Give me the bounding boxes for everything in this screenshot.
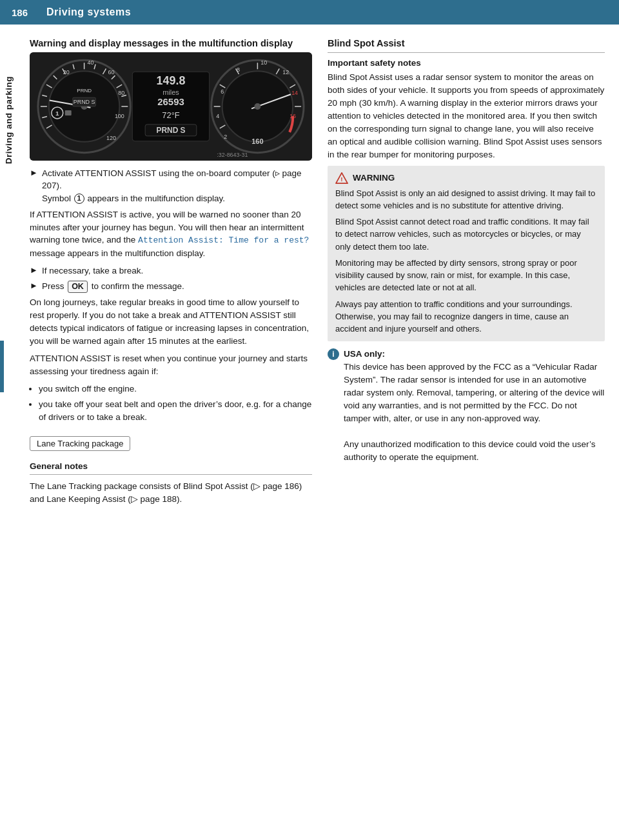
general-notes-para: The Lane Tracking package consists of Bl… xyxy=(30,480,312,506)
svg-text:72°F: 72°F xyxy=(162,110,180,120)
svg-text:6: 6 xyxy=(221,88,224,95)
safety-para: Blind Spot Assist uses a radar sensor sy… xyxy=(328,71,605,161)
cluster-image: 20 40 60 80 100 120 PRND PRND S xyxy=(30,52,312,161)
package-badge: Lane Tracking package xyxy=(30,436,130,451)
usa-label: USA only: xyxy=(344,349,385,359)
warning-para-3: Monitoring may be affected by dirty sens… xyxy=(335,257,597,294)
svg-text:60: 60 xyxy=(108,69,114,75)
warning-title: WARNING xyxy=(353,173,395,183)
svg-text:10: 10 xyxy=(260,59,267,66)
left-column: Warning and display messages in the mult… xyxy=(30,37,312,827)
svg-text::32-8643-31: :32-8643-31 xyxy=(217,151,248,157)
package-badge-container: Lane Tracking package xyxy=(30,428,312,457)
page-number: 186 xyxy=(12,7,35,18)
arrow-item-activate: ► Activate ATTENTION ASSIST using the on… xyxy=(30,167,312,205)
svg-point-58 xyxy=(254,103,260,110)
ok-button-label: OK xyxy=(68,281,88,294)
svg-text:PRND S: PRND S xyxy=(74,99,95,105)
svg-text:PRND: PRND xyxy=(77,88,92,94)
sidebar-label: Driving and parking xyxy=(4,76,14,164)
divider-blind-spot xyxy=(328,52,605,53)
bullet-item-2: you take off your seat belt and open the… xyxy=(39,398,312,424)
reset-para: ATTENTION ASSIST is reset when you conti… xyxy=(30,352,312,378)
warning-box: ! WARNING Blind Spot Assist is only an a… xyxy=(328,166,605,342)
sidebar: Driving and parking xyxy=(0,25,21,840)
warning-para-4: Always pay attention to traffic conditio… xyxy=(335,298,597,335)
svg-text:149.8: 149.8 xyxy=(157,74,186,87)
bullet-item-1: you switch off the engine. xyxy=(39,383,312,395)
svg-text:120: 120 xyxy=(106,135,116,141)
info-note: i USA only: This device has been approve… xyxy=(328,348,605,464)
arrow-item-break: ► If necessary, take a break. xyxy=(30,265,312,277)
symbol-1-circle: 1 xyxy=(74,194,84,204)
page-title: Driving systems xyxy=(46,6,131,18)
main-content: Warning and display messages in the mult… xyxy=(21,25,619,840)
warning-para-1: Blind Spot Assist is only an aid designe… xyxy=(335,187,597,212)
press-ok-text: Press OK to confirm the message. xyxy=(42,280,184,293)
svg-text:100: 100 xyxy=(115,113,124,119)
activate-text: Activate ATTENTION ASSIST using the on-b… xyxy=(42,167,312,205)
svg-text:12: 12 xyxy=(282,69,289,75)
attention-assist-para1: If ATTENTION ASSIST is active, you will … xyxy=(30,208,312,260)
info-circle-icon: i xyxy=(328,348,339,360)
info-text: USA only: This device has been approved … xyxy=(344,348,605,464)
svg-text:4: 4 xyxy=(216,113,219,119)
if-necessary-text: If necessary, take a break. xyxy=(42,265,143,277)
svg-text:!: ! xyxy=(340,175,342,183)
attention-msg: Attention Assist: Time for a rest? xyxy=(138,235,309,245)
important-safety-heading: Important safety notes xyxy=(328,58,605,68)
long-journeys-para: On long journeys, take regular breaks in… xyxy=(30,296,312,348)
warning-triangle-icon: ! xyxy=(335,172,348,184)
svg-text:2: 2 xyxy=(224,134,227,140)
bullet-list: you switch off the engine. you take off … xyxy=(39,383,312,424)
svg-text:8: 8 xyxy=(237,66,240,73)
svg-text:80: 80 xyxy=(118,90,124,96)
svg-text:40: 40 xyxy=(88,59,94,66)
left-section-heading: Warning and display messages in the mult… xyxy=(30,37,312,50)
divider-general-notes xyxy=(30,474,312,475)
arrow-icon-2: ► xyxy=(30,265,38,275)
header-bar: 186 Driving systems xyxy=(0,0,619,25)
svg-text:20: 20 xyxy=(63,69,70,75)
svg-text:14: 14 xyxy=(291,90,298,96)
svg-text:PRND S: PRND S xyxy=(156,126,185,135)
svg-rect-31 xyxy=(65,110,72,115)
svg-text:26593: 26593 xyxy=(157,96,184,107)
arrow-icon: ► xyxy=(30,168,38,177)
sidebar-marker xyxy=(0,341,4,392)
general-notes-heading: General notes xyxy=(30,461,312,471)
arrow-item-ok: ► Press OK to confirm the message. xyxy=(30,280,312,293)
warning-header: ! WARNING xyxy=(335,172,597,184)
right-column: Blind Spot Assist Important safety notes… xyxy=(328,37,605,827)
svg-text:miles: miles xyxy=(162,88,179,96)
svg-text:160: 160 xyxy=(251,137,263,145)
svg-text:1: 1 xyxy=(55,110,59,117)
warning-para-2: Blind Spot Assist cannot detect road and… xyxy=(335,215,597,253)
arrow-icon-3: ► xyxy=(30,281,38,290)
right-section-heading: Blind Spot Assist xyxy=(328,37,605,50)
page-layout: Driving and parking Warning and display … xyxy=(0,25,619,840)
